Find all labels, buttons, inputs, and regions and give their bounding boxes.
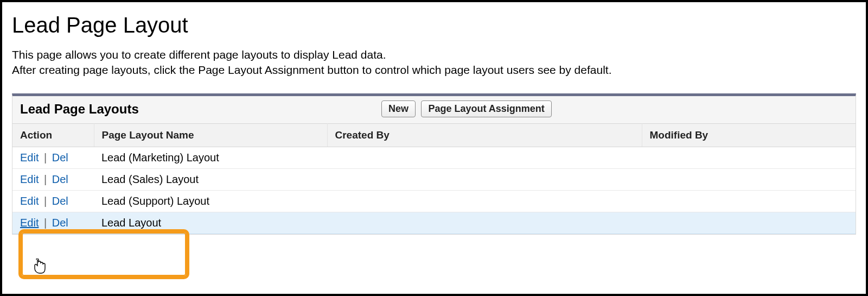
description-line-1: This page allows you to create different… [12,48,386,61]
cell-created-by [327,190,642,212]
table-row: Edit | Del Lead (Sales) Layout [12,168,856,190]
cell-action: Edit | Del [12,168,94,190]
table-row: Edit | Del Lead Layout [12,212,856,234]
col-header-modified-by[interactable]: Modified By [642,123,856,147]
page-layout-assignment-button[interactable]: Page Layout Assignment [421,100,551,117]
action-separator: | [42,217,49,229]
new-button[interactable]: New [381,100,416,117]
cell-layout-name: Lead (Marketing) Layout [94,147,327,168]
cell-modified-by [642,212,856,234]
layouts-panel: Lead Page Layouts New Page Layout Assign… [12,93,856,235]
cell-action: Edit | Del [12,190,94,212]
edit-link[interactable]: Edit [20,173,39,185]
edit-link[interactable]: Edit [20,195,39,207]
panel-toolbar: New Page Layout Assignment [381,100,555,117]
panel-header: Lead Page Layouts New Page Layout Assign… [12,96,856,123]
cell-layout-name: Lead (Support) Layout [94,190,327,212]
delete-link[interactable]: Del [52,195,68,207]
delete-link[interactable]: Del [52,152,68,163]
edit-link[interactable]: Edit [20,217,39,229]
cell-layout-name: Lead Layout [94,212,327,234]
table-row: Edit | Del Lead (Support) Layout [12,190,856,212]
cell-layout-name: Lead (Sales) Layout [94,168,327,190]
cell-modified-by [642,147,856,168]
cell-action: Edit | Del [12,147,94,168]
table-header-row: Action Page Layout Name Created By Modif… [12,123,856,147]
cell-created-by [327,147,642,168]
panel-title: Lead Page Layouts [20,102,139,117]
layouts-table: Action Page Layout Name Created By Modif… [12,123,856,234]
cell-modified-by [642,190,856,212]
col-header-name[interactable]: Page Layout Name [94,123,327,147]
cell-modified-by [642,168,856,190]
col-header-created-by[interactable]: Created By [327,123,642,147]
delete-link[interactable]: Del [52,217,68,229]
col-header-action: Action [12,123,94,147]
page-description: This page allows you to create different… [12,47,856,78]
cell-created-by [327,212,642,234]
app-frame: Lead Page Layout This page allows you to… [0,0,868,296]
delete-link[interactable]: Del [52,173,68,185]
cell-action: Edit | Del [12,212,94,234]
page-title: Lead Page Layout [12,13,856,37]
description-line-2: After creating page layouts, click the P… [12,64,612,76]
pointer-cursor-icon [33,259,46,274]
cell-created-by [327,168,642,190]
action-separator: | [42,173,49,185]
action-separator: | [42,152,49,163]
action-separator: | [42,195,49,207]
edit-link[interactable]: Edit [20,152,39,163]
tutorial-highlight-box [18,229,189,279]
table-row: Edit | Del Lead (Marketing) Layout [12,147,856,168]
